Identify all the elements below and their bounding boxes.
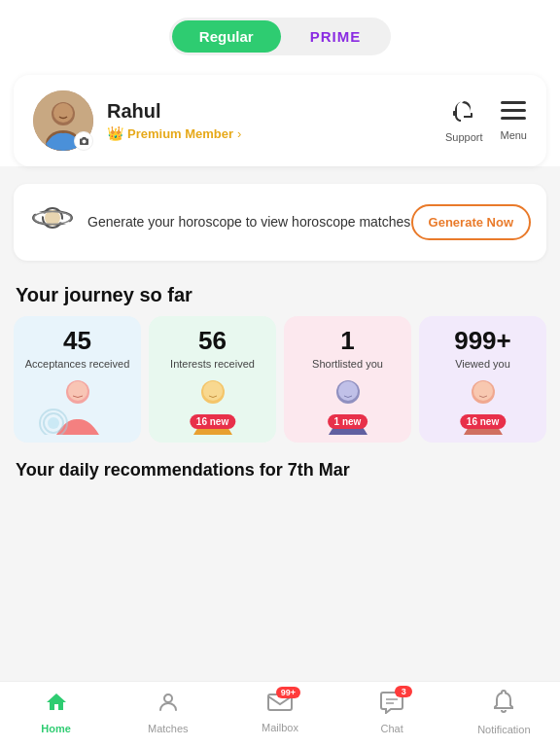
- premium-text: Premium Member: [127, 126, 233, 141]
- avatar[interactable]: [33, 90, 93, 151]
- horoscope-text: Generate your horoscope to view horoscop…: [88, 213, 411, 232]
- premium-badge[interactable]: 👑 Premium Member ›: [107, 125, 445, 141]
- new-badge-shortlisted: 1 new: [328, 414, 368, 429]
- nav-matches[interactable]: Matches: [139, 691, 197, 734]
- svg-rect-4: [501, 101, 526, 104]
- menu-label: Menu: [500, 129, 527, 141]
- generate-now-button[interactable]: Generate Now: [411, 204, 531, 240]
- matches-label: Matches: [148, 723, 189, 734]
- profile-actions: Support Menu: [445, 98, 527, 143]
- journey-title: Your journey so far: [0, 270, 560, 316]
- stat-label-acceptances: Acceptances received: [21, 357, 133, 371]
- stat-avatar-acceptances: [21, 374, 133, 435]
- menu-icon: [501, 100, 526, 127]
- stat-acceptances[interactable]: 45 Acceptances received: [14, 316, 141, 443]
- svg-point-3: [53, 103, 73, 123]
- regular-tab[interactable]: Regular: [172, 20, 281, 53]
- svg-rect-5: [501, 109, 526, 112]
- saturn-icon: [29, 197, 76, 247]
- home-icon-wrap: [45, 691, 68, 720]
- support-label: Support: [445, 131, 483, 143]
- svg-point-22: [164, 694, 172, 702]
- home-icon: [45, 691, 68, 720]
- mailbox-icon-wrap: 99+: [267, 692, 293, 719]
- profile-card: Rahul 👑 Premium Member › Support: [14, 75, 546, 166]
- stat-number-interests: 56: [157, 328, 268, 353]
- stat-number-viewed: 999+: [427, 328, 539, 353]
- plan-toggle: Regular PRIME: [0, 0, 560, 67]
- bell-icon: [493, 690, 514, 721]
- prime-tab[interactable]: PRIME: [283, 20, 389, 53]
- notification-icon-wrap: [493, 690, 514, 721]
- mailbox-label: Mailbox: [262, 722, 298, 733]
- notification-label: Notification: [477, 724, 530, 735]
- stat-avatar-shortlisted: 1 new: [292, 374, 403, 435]
- stat-number-shortlisted: 1: [292, 328, 403, 353]
- stat-label-interests: Interests received: [157, 357, 268, 371]
- new-badge-interests: 16 new: [190, 414, 235, 429]
- mailbox-badge: 99+: [276, 687, 300, 698]
- support-button[interactable]: Support: [445, 98, 483, 143]
- profile-info: Rahul 👑 Premium Member ›: [107, 100, 445, 141]
- stat-label-shortlisted: Shortlisted you: [292, 357, 403, 371]
- stat-avatar-interests: 16 new: [157, 374, 268, 435]
- stat-avatar-viewed: 16 new: [427, 374, 539, 435]
- stat-label-viewed: Viewed you: [427, 357, 539, 371]
- nav-chat[interactable]: 3 Chat: [363, 691, 421, 734]
- home-label: Home: [41, 723, 71, 734]
- bottom-nav: Home Matches 99+ Mailbox: [0, 681, 560, 747]
- stat-interests[interactable]: 56 Interests received 16 new: [149, 316, 276, 443]
- recommendations-title: Your daily recommendations for 7th Mar: [0, 452, 560, 486]
- menu-button[interactable]: Menu: [500, 100, 527, 141]
- camera-icon[interactable]: [74, 131, 93, 151]
- chat-label: Chat: [381, 723, 403, 734]
- nav-home[interactable]: Home: [27, 691, 86, 734]
- horoscope-banner: Generate your horoscope to view horoscop…: [14, 184, 546, 261]
- matches-icon-wrap: [157, 691, 180, 720]
- chat-icon-wrap: 3: [379, 691, 404, 720]
- new-badge-viewed: 16 new: [460, 414, 506, 429]
- nav-mailbox[interactable]: 99+ Mailbox: [251, 692, 309, 733]
- main-content: Generate your horoscope to view horoscop…: [0, 174, 560, 747]
- nav-notification[interactable]: Notification: [474, 690, 533, 735]
- svg-point-15: [48, 417, 59, 429]
- chat-badge: 3: [395, 686, 412, 697]
- crown-icon: 👑: [107, 125, 123, 141]
- svg-rect-6: [501, 117, 526, 120]
- matches-icon: [157, 691, 180, 720]
- stat-number-acceptances: 45: [21, 328, 133, 353]
- profile-name: Rahul: [107, 100, 445, 123]
- stats-grid: 45 Acceptances received 56 Interests rec…: [0, 316, 560, 452]
- stat-shortlisted[interactable]: 1 Shortlisted you 1 new: [284, 316, 411, 443]
- toggle-container: Regular PRIME: [169, 18, 391, 55]
- chevron-icon: ›: [237, 126, 241, 141]
- stat-viewed[interactable]: 999+ Viewed you 16 new: [419, 316, 546, 443]
- headset-icon: [451, 98, 476, 129]
